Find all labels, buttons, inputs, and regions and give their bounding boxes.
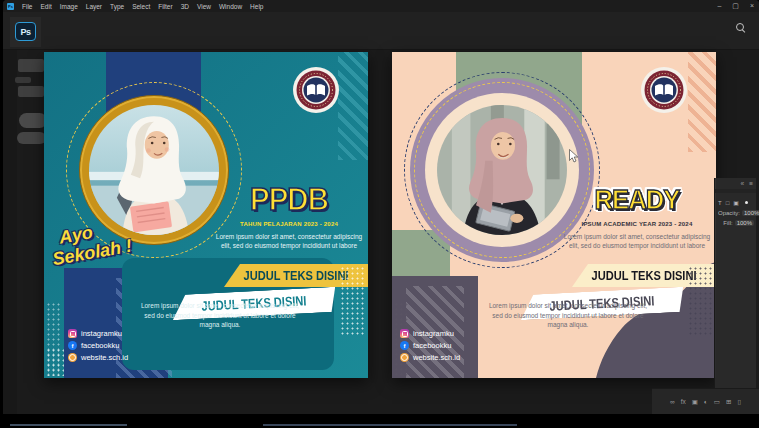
dot-pattern [688,266,714,336]
delete-layer-icon[interactable]: ▯ [737,398,741,406]
menu-layer[interactable]: Layer [86,3,102,10]
school-logo [292,66,340,114]
menu-filter[interactable]: Filter [158,3,172,10]
social-row: instagramku [68,329,128,338]
opacity-row: Opacity: 100% [715,208,756,218]
tool-placeholder [15,77,31,83]
globe-icon [68,353,77,362]
opacity-value[interactable]: 100% [742,210,759,216]
photoshop-window: Ps File Edit Image Layer Type Select Fil… [3,0,759,414]
progress-segment [10,424,127,426]
fill-row: Fill: 100% [715,218,756,228]
instagram-icon [400,329,409,338]
facebook-icon: f [68,341,77,350]
social-row: instagramku [400,329,460,338]
canvas-area[interactable]: PPDB TAHUN PELAJARAN 2023 - 2024 Lorem i… [3,50,759,414]
intro-text: Lorem ipsum dolor sit amet, consectetur … [214,232,364,250]
social-row: website.sch.id [68,353,128,362]
globe-icon [400,353,409,362]
social-label: website.sch.id [81,353,128,362]
opacity-label: Opacity: [718,210,740,216]
layers-panel-actions: ∞ fx ▣ ◐ ▭ ⊞ ▯ [652,388,759,414]
stripe-pattern [688,52,716,152]
tool-strip [3,50,17,414]
panel-menu-icon[interactable]: ≡ [749,180,753,187]
dot-pattern [340,266,366,336]
social-label: facebookku [81,341,119,350]
maximize-button[interactable]: ▢ [732,0,739,12]
close-button[interactable]: × [750,0,754,12]
progress-segment [263,424,517,426]
menu-3d[interactable]: 3D [181,3,189,10]
teacher-photo [437,105,567,235]
layer-mask-icon[interactable]: ▣ [692,398,698,406]
banner-text: JUDUL TEKS DISINI [592,268,697,283]
group-layers-icon[interactable]: ▭ [714,398,720,406]
poster-title: READY [562,180,712,220]
menu-edit[interactable]: Edit [40,3,51,10]
school-logo-badge [292,66,340,114]
menu-type[interactable]: Type [110,3,124,10]
panel-tab-strip [715,189,756,193]
menu-file[interactable]: File [22,3,32,10]
tool-placeholder [19,113,47,128]
social-list: instagramku f facebookku website.sch.id [68,329,128,362]
layers-panel: « ≡ T □ ▣ Opacity: 100% Fill: 100% [714,178,756,388]
poster-ready: READY IPSUM ACADEMIC YEAR 2023 - 2024 Lo… [392,52,716,378]
tool-placeholder [17,132,46,144]
banner-text: JUDUL TEKS DISINI [244,268,349,283]
search-icon[interactable] [736,23,745,32]
lock-text-icon[interactable]: T [718,200,722,206]
social-label: instagramku [413,329,454,338]
lock-all-icon[interactable]: ▣ [733,199,739,206]
menu-view[interactable]: View [197,3,211,10]
body-text: Lorem ipsum dolor sit amet, consectetur … [488,301,648,330]
social-label: instagramku [81,329,122,338]
social-list: instagramku f facebookku website.sch.id [400,329,460,362]
fill-label: Fill: [723,220,732,226]
school-logo-badge [640,66,688,114]
fill-value[interactable]: 100% [735,220,754,226]
hijab-teacher-illustration [437,105,567,235]
poster-ppdb: PPDB TAHUN PELAJARAN 2023 - 2024 Lorem i… [44,52,368,378]
dot-pattern [46,302,60,378]
window-controls: – ▢ × [717,0,754,12]
panel-header: « ≡ [715,178,756,189]
minimize-button[interactable]: – [717,0,721,12]
menu-bar: Ps File Edit Image Layer Type Select Fil… [3,0,759,12]
lock-position-icon[interactable]: □ [726,200,730,206]
poster-subtitle: IPSUM ACADEMIC YEAR 2023 - 2024 [558,221,716,227]
intro-text: Lorem ipsum dolor sit amet, consectetur … [562,232,712,250]
tool-placeholder [18,86,44,97]
social-label: facebookku [413,341,451,350]
menu-window[interactable]: Window [219,3,242,10]
app-icon: Ps [7,3,14,10]
layer-style-icon[interactable]: fx [681,398,686,405]
collapse-panel-icon[interactable]: « [741,180,745,187]
fill-dot-icon [745,201,748,204]
menu-help[interactable]: Help [250,3,263,10]
new-layer-icon[interactable]: ⊞ [726,398,731,406]
stripe-pattern [338,52,368,160]
social-row: website.sch.id [400,353,460,362]
lock-row: T □ ▣ [715,197,756,208]
menu-image[interactable]: Image [60,3,78,10]
poster-title: PPDB [214,180,364,220]
cursor-arrow-icon [569,149,579,163]
link-layers-icon[interactable]: ∞ [670,398,675,405]
social-row: f facebookku [68,341,128,350]
tool-placeholder [18,59,44,72]
social-label: website.sch.id [413,353,460,362]
instagram-icon [68,329,77,338]
photoshop-logo: Ps [15,22,36,41]
mouse-cursor [569,149,579,163]
school-logo [640,66,688,114]
body-text: Lorem ipsum dolor sit amet, consectetur … [140,301,300,330]
facebook-icon: f [400,341,409,350]
options-bar: Ps [3,12,759,50]
social-row: f facebookku [400,341,460,350]
menu-select[interactable]: Select [132,3,150,10]
poster-subtitle: TAHUN PELAJARAN 2023 - 2024 [210,221,368,227]
adjustment-layer-icon[interactable]: ◐ [704,398,708,405]
